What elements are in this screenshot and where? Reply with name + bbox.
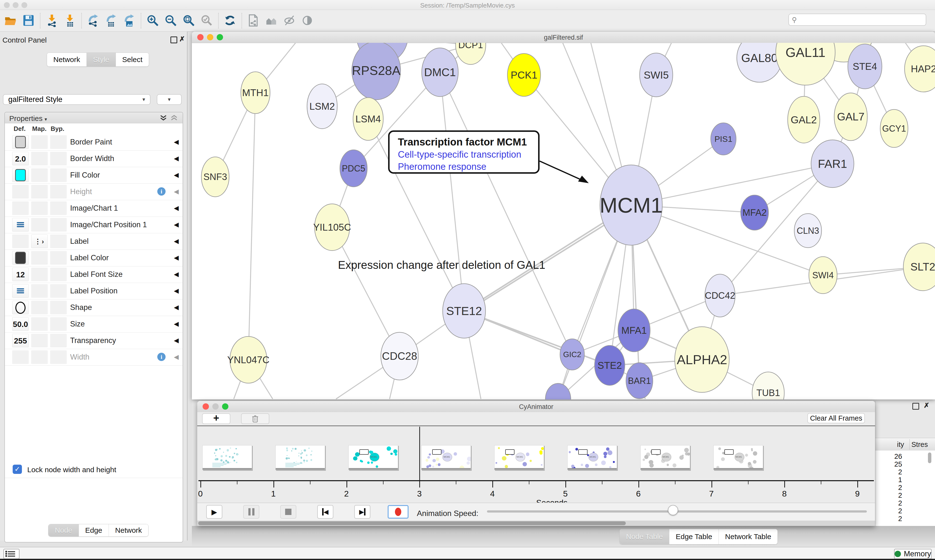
network-node-ste4[interactable]: STE4 [848,44,882,89]
export-table-button[interactable] [103,12,119,29]
network-edge[interactable] [248,93,255,360]
network-node-tub1[interactable]: TUB1 [752,372,784,400]
property-cell[interactable] [12,135,29,149]
property-row-size[interactable]: 50.0Size◀ [5,316,183,332]
tab-edge-table[interactable]: Edge Table [670,529,719,544]
column-stress[interactable]: Stres [911,440,928,449]
property-cell[interactable] [31,202,48,215]
property-row-width[interactable]: Widthi◀ [5,349,183,366]
network-node-dmc1[interactable]: DMC1 [422,48,458,97]
property-row-fill-color[interactable]: Fill Color◀ [5,167,183,184]
play-button[interactable]: ▶ [206,505,222,518]
show-panels-button[interactable] [3,549,20,559]
refresh-view-button[interactable] [222,12,238,29]
network-node-rps28a[interactable]: RPS28A [352,43,401,100]
property-row-shape[interactable]: Shape◀ [5,299,183,316]
float-table-icon[interactable] [912,403,919,410]
network-node-gal2[interactable]: GAL2 [788,96,820,143]
timeline-frame-2[interactable]: MCM1 [349,445,398,470]
import-network-button[interactable] [44,12,60,29]
property-cell[interactable] [12,234,29,248]
expand-row-icon[interactable]: ◀ [174,155,179,162]
expand-row-icon[interactable]: ◀ [174,254,179,262]
property-cell[interactable] [50,218,67,232]
network-node-cdc42[interactable]: CDC42 [705,274,735,317]
close-table-icon[interactable]: ✗ [924,402,929,409]
network-node-pck1[interactable]: PCK1 [508,54,540,96]
network-node-bar1[interactable]: BAR1 [626,363,653,399]
clear-all-frames-button[interactable]: Clear All Frames [807,413,865,423]
tab-node-table[interactable]: Node Table [620,529,670,544]
network-node-gic2[interactable]: GIC2 [560,339,585,370]
network-node-ste2[interactable]: STE2 [595,345,625,385]
export-network-button[interactable] [85,12,101,29]
network-node-snf3[interactable]: SNF3 [201,157,229,197]
expand-row-icon[interactable]: ◀ [174,337,179,344]
expand-row-icon[interactable]: ◀ [174,353,179,361]
timeline-frame-1[interactable] [275,445,325,470]
property-cell[interactable] [31,152,48,165]
search-box[interactable]: ⚲ [788,14,926,26]
table-row[interactable]: 2 [875,484,902,492]
info-icon[interactable]: i [157,187,165,195]
float-panel-icon[interactable] [170,37,177,43]
property-cell[interactable] [31,251,48,265]
network-node-lsm4[interactable]: LSM4 [353,98,383,140]
table-row[interactable]: 25 [875,460,902,468]
network-node-cdc28[interactable]: CDC28 [381,332,418,380]
network-node-mth1[interactable]: MTH1 [241,72,270,114]
network-node-far1[interactable]: FAR1 [811,140,854,188]
close-panel-icon[interactable]: ✗ [179,35,185,43]
network-node-pis1[interactable]: PIS1 [711,123,736,155]
property-cell[interactable]: 2.0 [12,152,29,165]
search-input[interactable] [797,16,915,24]
expand-row-icon[interactable]: ◀ [174,237,179,245]
property-cell[interactable] [31,284,48,298]
property-cell[interactable] [50,334,67,348]
table-row[interactable]: 2 [875,515,902,523]
lock-size-checkbox[interactable]: ✓ [13,465,22,474]
property-cell[interactable] [50,185,67,198]
property-cell[interactable]: 50.0 [12,317,29,331]
table-row[interactable]: 2 [875,491,902,499]
memory-button[interactable]: Memory [894,549,932,559]
stop-button[interactable] [280,505,296,518]
property-row-label-font-size[interactable]: 12Label Font Size◀ [5,266,183,283]
network-node-dcp1[interactable]: DCP1 [455,43,486,65]
network-node-alpha2[interactable]: ALPHA2 [675,327,729,392]
property-row-transparency[interactable]: 255Transparency◀ [5,332,183,349]
zoom-out-button[interactable] [163,12,179,29]
property-row-image-chart-position-1[interactable]: Image/Chart Position 1◀ [5,217,183,233]
property-row-height[interactable]: Heighti◀ [5,183,183,200]
property-cell[interactable] [12,185,29,198]
network-node-cln3[interactable]: CLN3 [794,214,822,248]
next-frame-button[interactable]: ▶ [354,505,370,518]
home-network-button[interactable] [264,12,279,29]
zoom-in-button[interactable] [145,12,160,29]
pause-button[interactable] [243,505,259,518]
property-cell[interactable] [50,268,67,281]
property-cell[interactable] [50,284,67,298]
table-row[interactable]: 2 [875,499,902,507]
property-cell[interactable] [12,202,29,215]
property-cell[interactable] [50,317,67,331]
expand-row-icon[interactable]: ◀ [174,188,179,195]
property-cell[interactable] [31,301,48,314]
table-row[interactable]: 2 [875,507,902,515]
expand-row-icon[interactable]: ◀ [174,138,179,146]
property-row-label-color[interactable]: Label Color◀ [5,249,183,266]
network-file-button[interactable] [246,12,261,29]
network-node-mfa1[interactable]: MFA1 [618,309,650,352]
timeline-frame-3[interactable]: MCM1 [421,445,471,470]
property-cell[interactable] [12,168,29,182]
tab-network-table[interactable]: Network Table [719,529,778,544]
property-cell[interactable] [12,218,29,232]
property-cell[interactable]: ⋮› [31,234,48,248]
contrast-button[interactable] [300,12,315,29]
network-canvas[interactable]: DCP1RPS28ADMC1PCK1SWI5GAL80GAL11STE4HAP2… [192,43,935,400]
expand-row-icon[interactable]: ◀ [174,304,179,311]
expand-all-icon[interactable] [160,115,167,121]
network-node-swi5[interactable]: SWI5 [640,53,673,97]
animation-speed-knob[interactable] [668,505,678,515]
expand-row-icon[interactable]: ◀ [174,205,179,212]
